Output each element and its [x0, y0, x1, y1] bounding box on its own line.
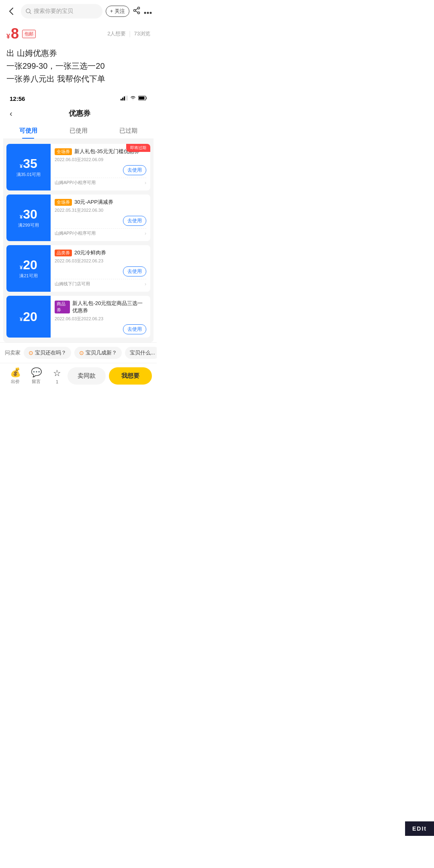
quick-question-icon-1: ⊙: [29, 350, 33, 356]
view-count: 73浏览: [134, 30, 150, 37]
want-count: 2人想要: [107, 30, 126, 37]
svg-rect-15: [139, 97, 145, 100]
coupon-use-btn-1[interactable]: 去使用: [123, 165, 146, 175]
wifi-icon: [130, 95, 136, 102]
favorite-count: 1: [56, 379, 58, 384]
quick-question-1[interactable]: ⊙ 宝贝还在吗？: [24, 347, 71, 359]
coupon-right-4: 商品券 新人礼包-20元指定商品三选一优惠券 2022.06.03至2022.0…: [51, 296, 150, 338]
svg-point-3: [138, 12, 140, 14]
quick-question-bar: 问卖家 ⊙ 宝贝还在吗？ ⊙ 宝贝几成新？ 宝贝什么...: [0, 342, 157, 363]
coupon-type-row-4: 商品券 新人礼包-20元指定商品三选一优惠券: [55, 300, 146, 314]
share-button[interactable]: [133, 6, 141, 16]
coupon-left-2: ¥ 30 满299可用: [6, 194, 51, 241]
coupon-type-badge-4: 商品券: [55, 301, 70, 313]
stats-divider: │: [128, 31, 131, 37]
expiring-badge-1: 即将过期: [126, 144, 150, 152]
stats-row: 2人想要 │ 73浏览: [107, 30, 150, 37]
coupon-right-3: 品类券 20元冷鲜肉券 2022.06.03至2022.06.23 去使用 山姆…: [51, 245, 150, 292]
svg-point-1: [138, 7, 140, 9]
follow-label: + 关注: [110, 8, 125, 15]
coupon-condition-2: 满299可用: [18, 222, 39, 228]
svg-point-7: [147, 12, 149, 14]
svg-point-6: [144, 12, 146, 14]
coupon-usage-row-3: 山姆线下门店可用 ›: [55, 279, 146, 289]
desc-line-2: 一张299-30，一张三选一20: [6, 59, 150, 72]
coupon-use-row-4: 去使用: [55, 324, 146, 334]
coupon-type-badge-2: 全场券: [55, 199, 72, 206]
favorite-button[interactable]: ☆ 1: [47, 368, 68, 384]
coupon-use-row-1: 去使用: [55, 165, 146, 175]
coupon-card-3: ¥ 20 满21可用 品类券 20元冷鲜肉券 2022.06.03至2022.0…: [6, 245, 150, 292]
favorite-icon: ☆: [53, 368, 61, 379]
want-button[interactable]: 我想要: [109, 367, 152, 385]
coupon-use-btn-3[interactable]: 去使用: [123, 266, 146, 276]
svg-rect-10: [122, 98, 123, 100]
tab-used[interactable]: 已使用: [53, 123, 104, 139]
bottom-actions: 卖同款 我想要: [68, 367, 152, 385]
follow-button[interactable]: + 关注: [106, 6, 129, 17]
coupon-type-row-3: 品类券 20元冷鲜肉券: [55, 249, 146, 256]
price-icon: 💰: [10, 367, 21, 378]
tab-expired[interactable]: 已过期: [103, 123, 154, 139]
price-button[interactable]: 💰 出价: [5, 367, 26, 385]
coupon-date-1: 2022.06.03至2022.06.09: [55, 157, 146, 163]
coupon-arrow-2: ›: [145, 231, 146, 236]
quick-question-3[interactable]: 宝贝什么...: [125, 347, 157, 359]
price-row: ¥ 8 包邮 2人想要 │ 73浏览: [0, 23, 157, 45]
coupon-name-3: 20元冷鲜肉券: [74, 249, 106, 256]
coupon-tabs: 可使用 已使用 已过期: [3, 123, 154, 139]
coupon-amount-1: ¥ 35: [20, 157, 37, 170]
coupon-use-btn-2[interactable]: 去使用: [123, 216, 146, 226]
more-button[interactable]: [144, 7, 152, 16]
coupon-amount-3: ¥ 20: [20, 258, 37, 271]
bottom-action-bar: 💰 出价 💬 留言 ☆ 1 卖同款 我想要: [0, 363, 157, 389]
coupon-usage-row-2: 山姆APP/小程序可用 ›: [55, 228, 146, 238]
coupon-use-row-2: 去使用: [55, 216, 146, 226]
coupon-date-4: 2022.06.03至2022.06.23: [55, 316, 146, 322]
coupon-card-1: ¥ 35 满35.01可用 全场券 新人礼包-35元无门槛优惠券 2022.06…: [6, 144, 150, 190]
battery-icon: [138, 95, 147, 102]
ask-seller-button[interactable]: 问卖家: [5, 349, 20, 356]
coupon-right-2: 全场券 30元-APP满减券 2022.05.31至2022.06.30 去使用…: [51, 194, 150, 241]
tab-available[interactable]: 可使用: [3, 123, 53, 139]
svg-line-4: [135, 8, 137, 10]
coupon-back-button[interactable]: ‹: [10, 109, 12, 118]
quick-question-2[interactable]: ⊙ 宝贝几成新？: [74, 347, 122, 359]
coupon-type-row-2: 全场券 30元-APP满减券: [55, 199, 146, 206]
svg-rect-9: [121, 99, 122, 100]
coupon-type-badge-1: 全场券: [55, 148, 72, 155]
back-button[interactable]: [5, 5, 18, 18]
coupon-title: 优惠券: [12, 108, 147, 118]
sell-same-button[interactable]: 卖同款: [68, 367, 106, 385]
coupon-arrow-1: ›: [145, 180, 146, 186]
desc-line-3: 一张券八元出 我帮你代下单: [6, 72, 150, 85]
coupon-date-3: 2022.06.03至2022.06.23: [55, 258, 146, 264]
coupon-left-1: ¥ 35 满35.01可用: [6, 144, 51, 190]
coupon-use-btn-4[interactable]: 去使用: [123, 324, 146, 334]
quick-question-icon-2: ⊙: [79, 350, 84, 356]
free-shipping-badge: 包邮: [22, 30, 36, 38]
coupon-card-4: ¥ 20 商品券 新人礼包-20元指定商品三选一优惠券 2022.06.03至2…: [6, 296, 150, 338]
status-time: 12:56: [10, 95, 25, 102]
message-icon: 💬: [31, 367, 42, 378]
coupon-list: ¥ 35 满35.01可用 全场券 新人礼包-35元无门槛优惠券 2022.06…: [3, 139, 154, 342]
signal-icon: [121, 95, 128, 102]
message-button[interactable]: 💬 留言: [26, 367, 47, 385]
coupon-condition-3: 满21可用: [19, 273, 37, 279]
svg-rect-12: [125, 96, 127, 100]
coupon-use-row-3: 去使用: [55, 266, 146, 276]
coupon-usage-text-2: 山姆APP/小程序可用: [55, 230, 96, 236]
status-bar: 12:56: [3, 92, 154, 105]
coupon-name-2: 30元-APP满减券: [74, 199, 113, 206]
status-icons: [121, 95, 147, 102]
svg-point-8: [150, 12, 152, 14]
coupon-usage-text-3: 山姆线下门店可用: [55, 281, 90, 287]
coupon-usage-row-1: 山姆APP/小程序可用 ›: [55, 178, 146, 187]
price-value: 8: [11, 27, 19, 41]
coupon-date-2: 2022.05.31至2022.06.30: [55, 207, 146, 213]
coupon-name-4: 新人礼包-20元指定商品三选一优惠券: [72, 300, 146, 314]
price-container: ¥ 8: [6, 27, 19, 41]
price-symbol: ¥: [6, 33, 10, 40]
coupon-left-3: ¥ 20 满21可用: [6, 245, 51, 292]
search-bar[interactable]: 搜索你要的宝贝: [21, 4, 102, 18]
